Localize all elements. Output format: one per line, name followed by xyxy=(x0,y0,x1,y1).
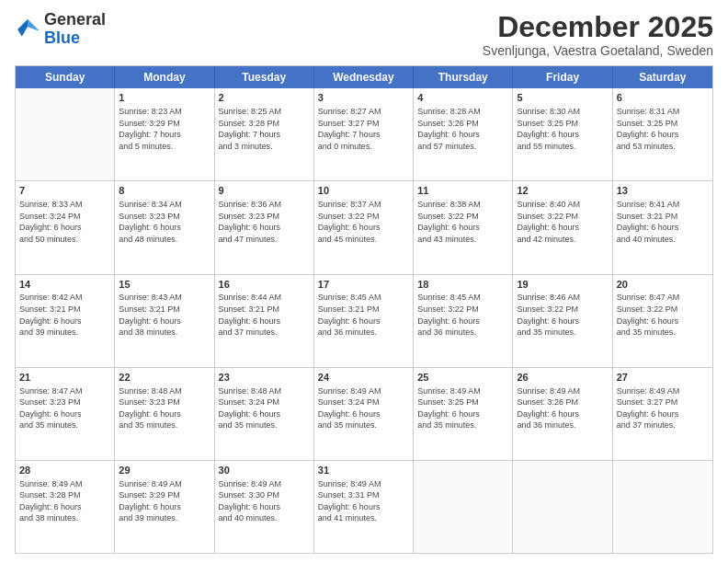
calendar-cell: 2Sunrise: 8:25 AMSunset: 3:28 PMDaylight… xyxy=(215,88,314,180)
calendar-row-1: 7Sunrise: 8:33 AMSunset: 3:24 PMDaylight… xyxy=(16,180,712,273)
calendar-header: SundayMondayTuesdayWednesdayThursdayFrid… xyxy=(16,66,712,88)
day-number: 18 xyxy=(417,278,508,292)
day-info: Sunrise: 8:30 AMSunset: 3:25 PMDaylight:… xyxy=(517,106,608,152)
logo: General Blue xyxy=(15,11,106,48)
day-info: Sunrise: 8:45 AMSunset: 3:21 PMDaylight:… xyxy=(318,292,409,338)
calendar: SundayMondayTuesdayWednesdayThursdayFrid… xyxy=(15,65,713,554)
day-number: 3 xyxy=(318,91,409,105)
calendar-cell: 16Sunrise: 8:44 AMSunset: 3:21 PMDayligh… xyxy=(215,275,314,367)
day-number: 16 xyxy=(219,278,310,292)
calendar-cell: 15Sunrise: 8:43 AMSunset: 3:21 PMDayligh… xyxy=(115,275,214,367)
day-number: 12 xyxy=(517,184,608,198)
header-day-tuesday: Tuesday xyxy=(215,66,314,88)
calendar-cell: 21Sunrise: 8:47 AMSunset: 3:23 PMDayligh… xyxy=(16,368,115,460)
day-number: 23 xyxy=(219,371,310,385)
day-number: 25 xyxy=(417,371,508,385)
page: General Blue December 2025 Svenljunga, V… xyxy=(0,0,728,563)
day-info: Sunrise: 8:40 AMSunset: 3:22 PMDaylight:… xyxy=(517,199,608,245)
calendar-row-0: 1Sunrise: 8:23 AMSunset: 3:29 PMDaylight… xyxy=(16,88,712,180)
day-number: 2 xyxy=(219,91,310,105)
calendar-cell: 10Sunrise: 8:37 AMSunset: 3:22 PMDayligh… xyxy=(314,181,414,273)
day-info: Sunrise: 8:47 AMSunset: 3:22 PMDaylight:… xyxy=(617,292,709,338)
calendar-cell: 29Sunrise: 8:49 AMSunset: 3:29 PMDayligh… xyxy=(115,461,214,553)
header-day-saturday: Saturday xyxy=(613,66,712,88)
header: General Blue December 2025 Svenljunga, V… xyxy=(15,11,713,58)
title-block: December 2025 Svenljunga, Vaestra Goetal… xyxy=(483,11,713,58)
day-info: Sunrise: 8:27 AMSunset: 3:27 PMDaylight:… xyxy=(318,106,409,152)
header-day-friday: Friday xyxy=(513,66,612,88)
day-info: Sunrise: 8:45 AMSunset: 3:22 PMDaylight:… xyxy=(417,292,508,338)
day-info: Sunrise: 8:49 AMSunset: 3:28 PMDaylight:… xyxy=(19,478,110,524)
calendar-cell: 25Sunrise: 8:49 AMSunset: 3:25 PMDayligh… xyxy=(414,368,513,460)
calendar-cell: 26Sunrise: 8:49 AMSunset: 3:26 PMDayligh… xyxy=(513,368,612,460)
calendar-cell: 13Sunrise: 8:41 AMSunset: 3:21 PMDayligh… xyxy=(613,181,712,273)
calendar-cell: 30Sunrise: 8:49 AMSunset: 3:30 PMDayligh… xyxy=(215,461,314,553)
day-number: 8 xyxy=(119,184,210,198)
day-number: 10 xyxy=(318,184,409,198)
day-number: 22 xyxy=(119,371,210,385)
calendar-cell: 5Sunrise: 8:30 AMSunset: 3:25 PMDaylight… xyxy=(513,88,612,180)
day-number: 5 xyxy=(517,91,608,105)
day-info: Sunrise: 8:49 AMSunset: 3:24 PMDaylight:… xyxy=(318,385,409,431)
location: Svenljunga, Vaestra Goetaland, Sweden xyxy=(483,43,713,58)
svg-marker-1 xyxy=(28,19,39,30)
day-info: Sunrise: 8:49 AMSunset: 3:27 PMDaylight:… xyxy=(617,385,709,431)
day-number: 7 xyxy=(19,184,110,198)
calendar-cell xyxy=(513,461,612,553)
logo-general: General xyxy=(44,10,106,29)
calendar-cell: 18Sunrise: 8:45 AMSunset: 3:22 PMDayligh… xyxy=(414,275,513,367)
calendar-cell: 4Sunrise: 8:28 AMSunset: 3:26 PMDaylight… xyxy=(414,88,513,180)
calendar-cell: 11Sunrise: 8:38 AMSunset: 3:22 PMDayligh… xyxy=(414,181,513,273)
header-day-thursday: Thursday xyxy=(414,66,513,88)
calendar-cell: 9Sunrise: 8:36 AMSunset: 3:23 PMDaylight… xyxy=(215,181,314,273)
logo-blue: Blue xyxy=(44,29,80,47)
calendar-cell xyxy=(414,461,513,553)
calendar-cell: 1Sunrise: 8:23 AMSunset: 3:29 PMDaylight… xyxy=(115,88,214,180)
day-number: 28 xyxy=(19,464,110,477)
day-info: Sunrise: 8:23 AMSunset: 3:29 PMDaylight:… xyxy=(119,106,210,152)
calendar-cell: 6Sunrise: 8:31 AMSunset: 3:25 PMDaylight… xyxy=(613,88,712,180)
day-number: 29 xyxy=(119,464,210,477)
day-info: Sunrise: 8:33 AMSunset: 3:24 PMDaylight:… xyxy=(19,199,110,245)
day-number: 1 xyxy=(119,91,210,105)
day-number: 17 xyxy=(318,278,409,292)
day-info: Sunrise: 8:28 AMSunset: 3:26 PMDaylight:… xyxy=(417,106,508,152)
day-info: Sunrise: 8:49 AMSunset: 3:26 PMDaylight:… xyxy=(517,385,608,431)
day-number: 14 xyxy=(19,278,110,292)
day-info: Sunrise: 8:47 AMSunset: 3:23 PMDaylight:… xyxy=(19,385,110,431)
calendar-row-2: 14Sunrise: 8:42 AMSunset: 3:21 PMDayligh… xyxy=(16,274,712,367)
logo-text: General Blue xyxy=(44,11,106,48)
day-info: Sunrise: 8:48 AMSunset: 3:23 PMDaylight:… xyxy=(119,385,210,431)
month-title: December 2025 xyxy=(483,11,713,43)
calendar-body: 1Sunrise: 8:23 AMSunset: 3:29 PMDaylight… xyxy=(16,88,712,553)
day-info: Sunrise: 8:49 AMSunset: 3:25 PMDaylight:… xyxy=(417,385,508,431)
day-info: Sunrise: 8:36 AMSunset: 3:23 PMDaylight:… xyxy=(219,199,310,245)
day-info: Sunrise: 8:44 AMSunset: 3:21 PMDaylight:… xyxy=(219,292,310,338)
logo-bird-icon xyxy=(15,17,40,42)
day-number: 9 xyxy=(219,184,310,198)
calendar-cell: 24Sunrise: 8:49 AMSunset: 3:24 PMDayligh… xyxy=(314,368,414,460)
day-info: Sunrise: 8:46 AMSunset: 3:22 PMDaylight:… xyxy=(517,292,608,338)
calendar-cell: 14Sunrise: 8:42 AMSunset: 3:21 PMDayligh… xyxy=(16,275,115,367)
day-info: Sunrise: 8:49 AMSunset: 3:29 PMDaylight:… xyxy=(119,478,210,524)
day-info: Sunrise: 8:41 AMSunset: 3:21 PMDaylight:… xyxy=(617,199,709,245)
day-number: 30 xyxy=(219,464,310,477)
calendar-cell: 3Sunrise: 8:27 AMSunset: 3:27 PMDaylight… xyxy=(314,88,414,180)
day-number: 6 xyxy=(617,91,709,105)
day-number: 19 xyxy=(517,278,608,292)
day-info: Sunrise: 8:25 AMSunset: 3:28 PMDaylight:… xyxy=(219,106,310,152)
day-number: 21 xyxy=(19,371,110,385)
calendar-cell: 23Sunrise: 8:48 AMSunset: 3:24 PMDayligh… xyxy=(215,368,314,460)
day-number: 20 xyxy=(617,278,709,292)
header-day-wednesday: Wednesday xyxy=(314,66,414,88)
calendar-cell: 7Sunrise: 8:33 AMSunset: 3:24 PMDaylight… xyxy=(16,181,115,273)
calendar-row-3: 21Sunrise: 8:47 AMSunset: 3:23 PMDayligh… xyxy=(16,367,712,460)
calendar-cell: 17Sunrise: 8:45 AMSunset: 3:21 PMDayligh… xyxy=(314,275,414,367)
day-info: Sunrise: 8:34 AMSunset: 3:23 PMDaylight:… xyxy=(119,199,210,245)
day-info: Sunrise: 8:48 AMSunset: 3:24 PMDaylight:… xyxy=(219,385,310,431)
day-number: 13 xyxy=(617,184,709,198)
header-day-monday: Monday xyxy=(115,66,214,88)
calendar-cell: 27Sunrise: 8:49 AMSunset: 3:27 PMDayligh… xyxy=(613,368,712,460)
calendar-row-4: 28Sunrise: 8:49 AMSunset: 3:28 PMDayligh… xyxy=(16,460,712,553)
calendar-cell: 22Sunrise: 8:48 AMSunset: 3:23 PMDayligh… xyxy=(115,368,214,460)
